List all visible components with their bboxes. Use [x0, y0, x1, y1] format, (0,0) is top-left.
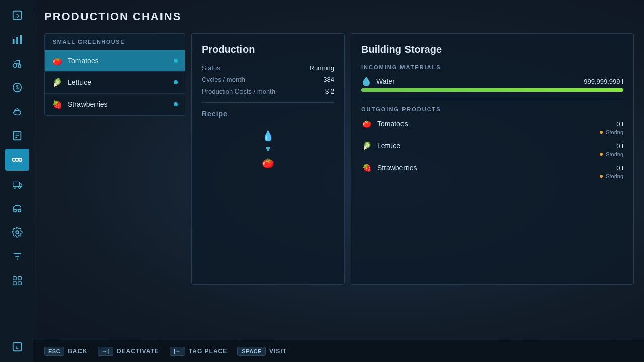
sidebar-icon-money[interactable]: $: [5, 76, 29, 99]
sidebar-icon-filter[interactable]: [5, 245, 29, 267]
outgoing-tomato-value: 0 l: [608, 120, 623, 128]
hotkey-tagplace[interactable]: |← TAG PLACE: [170, 347, 228, 356]
chain-panel-header: SMALL GREENHOUSE: [45, 34, 185, 50]
production-stat-cycles: Cycles / month 384: [202, 76, 334, 83]
lettuce-icon: 🥬: [52, 77, 63, 88]
sidebar-icon-notes[interactable]: [5, 125, 29, 147]
sidebar-icon-settings[interactable]: [5, 221, 29, 243]
svg-rect-31: [18, 282, 21, 285]
sidebar-icon-farm[interactable]: [5, 101, 29, 123]
sidebar-icon-stats[interactable]: [5, 28, 29, 50]
recipe-title: Recipe: [202, 110, 334, 118]
stat-value-status: Running: [310, 64, 334, 72]
chain-item-label-strawberries: Strawberries: [68, 100, 169, 108]
outgoing-section-header: OUTGOING PRODUCTS: [361, 106, 623, 112]
production-title: Production: [202, 44, 334, 55]
chain-item-dot-lettuce: [174, 80, 178, 84]
hotkey-back[interactable]: ESC BACK: [44, 347, 88, 356]
chain-item-lettuce[interactable]: 🥬 Lettuce: [45, 72, 185, 94]
svg-rect-29: [18, 277, 21, 280]
outgoing-lettuce-value: 0 l: [608, 142, 623, 150]
svg-rect-14: [12, 158, 15, 161]
outgoing-tomato-dot: [600, 131, 603, 134]
outgoing-tomato-status: Storing: [606, 129, 623, 135]
svg-rect-2: [12, 39, 14, 44]
svg-point-5: [13, 64, 16, 67]
svg-rect-19: [13, 182, 19, 186]
incoming-water-row: Water 999,999,999 l: [361, 76, 623, 86]
outgoing-strawberry-status: Storing: [606, 173, 623, 179]
stat-value-cycles: 384: [323, 76, 334, 83]
hotkey-deactivate[interactable]: →| DEACTIVATE: [98, 347, 159, 356]
chain-item-tomatoes[interactable]: 🍅 Tomatoes: [45, 50, 185, 72]
outgoing-strawberry-dot: [600, 175, 603, 178]
outgoing-lettuce-status: Storing: [606, 151, 623, 157]
outgoing-lettuce-label: Lettuce: [377, 142, 603, 150]
svg-rect-28: [13, 277, 16, 280]
svg-point-23: [18, 209, 21, 212]
outgoing-lettuce-status-row: Storing: [361, 151, 623, 157]
chain-item-dot-tomatoes: [174, 59, 178, 63]
hotkey-space-badge: SPACE: [237, 347, 266, 356]
hotkey-visit-label: VISIT: [269, 348, 287, 355]
water-progress-bar-fill: [361, 88, 623, 92]
production-stat-costs: Production Costs / month $ 2: [202, 87, 334, 95]
recipe-arrow-icon: ▼: [264, 145, 272, 154]
water-progress-bar-container: [361, 88, 623, 92]
svg-point-21: [18, 187, 20, 189]
panels-row: SMALL GREENHOUSE 🍅 Tomatoes 🥬 Lettuce 🍓 …: [44, 33, 634, 285]
svg-text:E: E: [15, 345, 18, 350]
production-stat-status: Status Running: [202, 64, 334, 72]
main-content: PRODUCTION CHAINS SMALL GREENHOUSE 🍅 Tom…: [34, 0, 644, 362]
sidebar-icon-chains[interactable]: [5, 149, 29, 171]
outgoing-lettuce-dot: [600, 153, 603, 156]
sidebar-icon-grid[interactable]: [5, 269, 29, 292]
outgoing-strawberry-label: Strawberries: [377, 164, 603, 172]
hotkey-tagplace-badge: |←: [170, 347, 185, 356]
page-title: PRODUCTION CHAINS: [44, 10, 634, 23]
sidebar-icon-tractor[interactable]: [5, 52, 29, 74]
outgoing-tomato-icon: 🍅: [361, 118, 372, 129]
sidebar-icon-q[interactable]: Q: [5, 4, 29, 26]
sidebar-icon-vehicles[interactable]: [5, 197, 29, 219]
svg-text:$: $: [16, 85, 19, 90]
outgoing-lettuce-icon: 🥬: [361, 140, 372, 151]
chain-item-label-tomatoes: Tomatoes: [68, 57, 169, 65]
svg-rect-30: [13, 282, 16, 285]
incoming-water-label: Water: [376, 77, 573, 85]
stat-value-costs: $ 2: [325, 87, 334, 95]
svg-point-20: [14, 187, 16, 189]
incoming-section-header: INCOMING MATERIALS: [361, 64, 623, 70]
storage-divider: [361, 99, 623, 99]
production-divider: [202, 102, 334, 103]
recipe-area: 💧 ▼ 🍅: [202, 126, 334, 168]
hotkey-back-label: BACK: [68, 348, 88, 355]
storage-title: Building Storage: [361, 44, 623, 55]
strawberry-icon: 🍓: [52, 99, 63, 110]
outgoing-tomatoes-row: 🍅 Tomatoes 0 l Storing: [361, 118, 623, 135]
water-drop-icon: [361, 76, 371, 86]
sidebar-icon-e[interactable]: E: [5, 336, 29, 358]
outgoing-strawberries-row-top: 🍓 Strawberries 0 l: [361, 162, 623, 173]
svg-point-6: [18, 65, 21, 68]
outgoing-strawberries-status-row: Storing: [361, 173, 623, 179]
svg-text:Q: Q: [15, 13, 19, 18]
outgoing-strawberry-icon: 🍓: [361, 162, 372, 173]
outgoing-tomato-status-row: Storing: [361, 129, 623, 135]
outgoing-lettuce-row-top: 🥬 Lettuce 0 l: [361, 140, 623, 151]
stat-label-cycles: Cycles / month: [202, 76, 245, 83]
svg-rect-4: [20, 35, 22, 44]
hotkey-visit[interactable]: SPACE VISIT: [237, 347, 287, 356]
hotkey-esc-badge: ESC: [44, 347, 64, 356]
storage-panel: Building Storage INCOMING MATERIALS Wate…: [351, 33, 634, 285]
stat-label-status: Status: [202, 64, 220, 72]
sidebar-icon-delivery[interactable]: [5, 173, 29, 195]
hotkey-tagplace-label: TAG PLACE: [189, 348, 227, 355]
svg-point-24: [16, 231, 19, 234]
outgoing-tomatoes-row-top: 🍅 Tomatoes 0 l: [361, 118, 623, 129]
production-panel: Production Status Running Cycles / month…: [191, 33, 345, 285]
hotkey-deactivate-label: DEACTIVATE: [117, 348, 159, 355]
chain-item-strawberries[interactable]: 🍓 Strawberries: [45, 94, 185, 115]
tomato-icon: 🍅: [52, 55, 63, 66]
chain-item-label-lettuce: Lettuce: [68, 78, 169, 86]
